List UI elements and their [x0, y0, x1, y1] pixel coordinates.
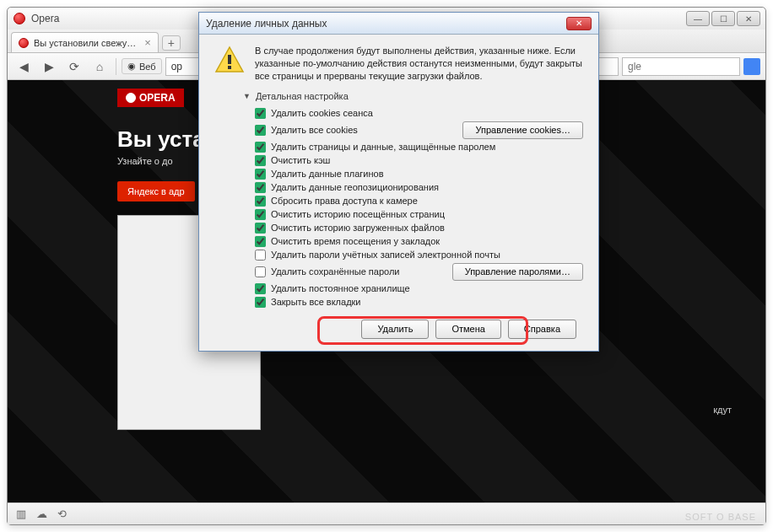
option-checkbox[interactable] [255, 266, 266, 277]
option-checkbox[interactable] [255, 236, 266, 247]
minimize-button[interactable]: — [686, 11, 710, 26]
window-title: Opera [31, 13, 59, 24]
new-tab-button[interactable]: + [162, 35, 181, 51]
maximize-button[interactable]: ☐ [711, 11, 735, 26]
option-checkbox[interactable] [255, 223, 266, 234]
dialog-titlebar: Удаление личных данных ✕ [199, 13, 598, 35]
option-checkbox[interactable] [255, 283, 266, 294]
help-button[interactable]: Справка [508, 320, 576, 339]
option-checkbox[interactable] [255, 155, 266, 166]
option-checkbox[interactable] [255, 125, 266, 136]
option-label: Закрыть все вкладки [271, 297, 361, 307]
cancel-button[interactable]: Отмена [435, 320, 500, 339]
option-row: Удалить пароли учётных записей электронн… [255, 250, 583, 261]
dialog-warning-text: В случае продолжения будут выполнены дей… [255, 45, 583, 83]
option-row: Удалить cookies сеанса [255, 108, 583, 119]
option-label: Удалить все cookies [271, 125, 358, 135]
globe-icon: ◉ [127, 61, 136, 72]
delete-private-data-dialog: Удаление личных данных ✕ В случае продол… [198, 12, 599, 352]
option-checkbox[interactable] [255, 209, 266, 220]
option-label: Удалить страницы и данные, защищённые па… [271, 142, 495, 152]
option-row: Удалить данные плагинов [255, 169, 583, 180]
option-checkbox[interactable] [255, 108, 266, 119]
option-label: Сбросить права доступа к камере [271, 196, 418, 206]
back-button[interactable]: ◀ [13, 56, 35, 77]
option-label: Очистить время посещения у закладок [271, 236, 440, 246]
sync-icon[interactable]: ⟲ [57, 508, 67, 520]
opera-logo-badge: OPERA [117, 89, 184, 107]
warning-icon [214, 45, 245, 83]
svg-rect-1 [228, 55, 231, 64]
opera-icon [13, 12, 26, 25]
search-box[interactable] [622, 57, 740, 76]
tab-label: Вы установили свежу… [34, 38, 136, 48]
option-checkbox[interactable] [255, 169, 266, 180]
option-row: Удалить данные геопозиционирования [255, 182, 583, 193]
option-checkbox[interactable] [255, 297, 266, 308]
dialog-close-button[interactable]: ✕ [566, 17, 592, 30]
dialog-title: Удаление личных данных [206, 18, 327, 30]
close-tab-icon[interactable]: × [144, 36, 151, 49]
dialog-button-row: Удалить Отмена Справка [214, 320, 583, 339]
statusbar: ▥ ☁ ⟲ [8, 502, 765, 524]
option-label: Удалить cookies сеанса [271, 108, 373, 118]
cloud-icon[interactable]: ☁ [36, 508, 47, 520]
option-row: Очистить историю посещённых страниц [255, 209, 583, 220]
collapse-arrow-icon: ▼ [243, 92, 251, 100]
option-row: Удалить постоянное хранилище [255, 283, 583, 294]
option-row: Очистить кэш [255, 155, 583, 166]
option-row: Удалить сохранённые паролиУправление пар… [255, 263, 583, 281]
option-label: Удалить данные плагинов [271, 169, 384, 179]
home-button[interactable]: ⌂ [89, 56, 111, 77]
option-row: Очистить историю загруженных файлов [255, 223, 583, 234]
manage-cookies-button[interactable]: Управление cookies… [462, 121, 583, 139]
forward-button[interactable]: ▶ [38, 56, 60, 77]
option-checkbox[interactable] [255, 196, 266, 207]
tab-active[interactable]: Вы установили свежу… × [11, 32, 159, 52]
option-label: Очистить историю посещённых страниц [271, 209, 445, 219]
yandex-button[interactable]: Яндекс в адр [117, 181, 195, 202]
option-label: Удалить данные геопозиционирования [271, 182, 439, 192]
delete-button[interactable]: Удалить [361, 320, 429, 339]
option-label: Удалить сохранённые пароли [271, 266, 399, 277]
svg-rect-2 [228, 66, 231, 69]
address-prefix[interactable]: ◉ Веб [122, 58, 162, 74]
waits-text: кдут [713, 405, 732, 415]
option-checkbox[interactable] [255, 142, 266, 153]
page-headline: Вы уста [117, 126, 205, 153]
option-label: Удалить пароли учётных записей электронн… [271, 250, 500, 260]
option-checkbox[interactable] [255, 182, 266, 193]
option-row: Удалить страницы и данные, защищённые па… [255, 142, 583, 153]
reload-button[interactable]: ⟳ [63, 56, 85, 77]
panel-icon[interactable]: ▥ [16, 508, 26, 520]
option-row: Сбросить права доступа к камере [255, 196, 583, 207]
option-row: Удалить все cookiesУправление cookies… [255, 121, 583, 139]
detail-settings-header[interactable]: ▼ Детальная настройка [243, 91, 583, 101]
opera-icon [19, 38, 29, 48]
manage-passwords-button[interactable]: Управление паролями… [452, 263, 583, 281]
option-label: Очистить кэш [271, 155, 330, 165]
watermark: SOFT O BASE [685, 512, 756, 522]
option-row: Закрыть все вкладки [255, 297, 583, 308]
close-button[interactable]: ✕ [737, 11, 760, 26]
option-label: Очистить историю загруженных файлов [271, 223, 445, 233]
search-engine-icon[interactable] [743, 58, 760, 75]
option-row: Очистить время посещения у закладок [255, 236, 583, 247]
page-subline: Узнайте о до [117, 156, 173, 166]
option-label: Удалить постоянное хранилище [271, 283, 410, 293]
option-checkbox[interactable] [255, 250, 266, 261]
